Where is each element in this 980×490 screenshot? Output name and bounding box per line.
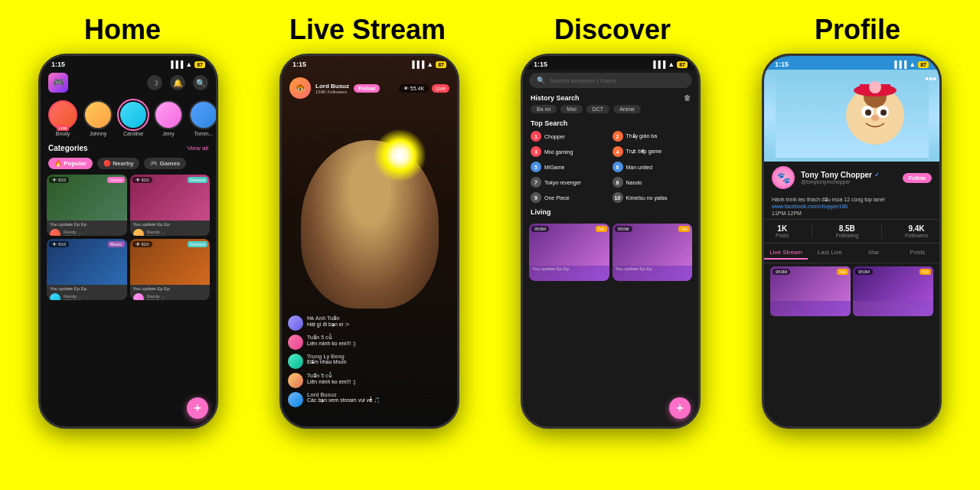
history-pill-2[interactable]: DCT: [586, 105, 609, 113]
bio-link[interactable]: www.facebook.com/chopper188: [772, 204, 848, 209]
history-pill-3[interactable]: Anime: [613, 105, 641, 113]
chat-bubble-1: Tuấn 5 củ Liên minh ko em!!! :): [307, 335, 355, 346]
stream-badge-3: Review: [188, 241, 207, 247]
discover-fab-button[interactable]: +: [669, 397, 691, 419]
viewers-count: 👁 55.4K: [399, 84, 429, 93]
stream-badge-0: Game: [107, 177, 124, 183]
chat-msg-4: Lord Busuz Các bạn xem stream vui vẻ 🎵: [288, 392, 451, 407]
profile-content-grid: 950M Talk 950M Talk: [764, 263, 939, 319]
story-name-brody: Brody: [56, 131, 70, 136]
anime-illustration: [776, 74, 929, 158]
search-item-2[interactable]: 3 Mixi gaming: [529, 144, 611, 159]
profile-options-icon[interactable]: •••: [925, 73, 936, 85]
home-phone: 1:15 ▐▐▐ ▲ 87 🎮 ☽ 🔔 🔍: [38, 54, 218, 429]
search-item-1[interactable]: 2 Thầy giáo ba: [611, 129, 693, 144]
chat-msg-3: Tuấn 5 củ Liên minh ko em!!! :): [288, 373, 451, 388]
chat-avatar-3: [288, 373, 303, 388]
story-jerry[interactable]: Jerry: [154, 100, 183, 136]
svg-point-9: [880, 109, 887, 116]
profile-card-views-0: 950M: [773, 269, 790, 275]
history-clear-icon[interactable]: 🗑: [684, 94, 691, 102]
search-term-9: Kimetsu no yaiba: [626, 195, 668, 201]
home-action-icons: ☽ 🔔 🔍: [147, 75, 208, 90]
tab-posts[interactable]: Posts: [896, 247, 939, 260]
chat-username-2: Trung Ly Đeng: [307, 354, 346, 359]
livestream-time: 1:15: [292, 60, 306, 68]
pill-games[interactable]: 🎮 Games: [144, 158, 186, 169]
pill-nearby[interactable]: 🔴 Nearby: [97, 158, 139, 169]
discover-search-icon: 🔍: [537, 77, 545, 84]
search-item-3[interactable]: 4 Trực tiếp game: [611, 144, 693, 159]
stream-card-1[interactable]: 👁 910 Review You update Ep Ep Randy ... …: [130, 175, 211, 236]
story-avatar-tomm: [189, 100, 216, 129]
profile-status-bar: 1:15 ▐▐▐ ▲ 87: [764, 56, 939, 70]
profile-phone: 1:15 ▐▐▐ ▲ 87: [762, 54, 942, 429]
discover-phone-wrapper: 1:15 ▐▐▐ ▲ 87 🔍 Search streamer | Game H…: [490, 54, 731, 429]
mini-avatar-2: [50, 293, 60, 300]
living-badge-1: Talk: [678, 226, 690, 232]
stat-following-label: Following: [835, 233, 858, 238]
battery-badge: 87: [194, 61, 205, 68]
story-caroline[interactable]: Caroline: [119, 100, 148, 136]
living-card-0[interactable]: 950M Talk You update Ep Ep: [529, 224, 609, 281]
stat-following-num: 8.5B: [835, 224, 858, 233]
stat-posts-num: 1K: [776, 224, 789, 233]
chat-bubble-2: Trung Ly Đeng Đấm nhau khum: [307, 354, 346, 365]
streamer-followers-0: 159K Followers: [64, 234, 90, 236]
discover-status-icons: ▐▐▐ ▲ 87: [651, 60, 688, 68]
streamer-row-1: Randy ... 159K Followers: [130, 228, 211, 236]
profile-content-card-0[interactable]: 950M Talk: [770, 266, 851, 316]
discover-search-bar[interactable]: 🔍 Search streamer | Game: [529, 73, 692, 88]
stat-followers-num: 9.4K: [905, 224, 928, 233]
search-item-5[interactable]: 6 Man united: [611, 159, 693, 175]
live-background: 1:15 ▐▐▐ ▲ 87 🐯 Lord Busuz: [282, 56, 457, 426]
history-pill-0[interactable]: Ba roi: [531, 105, 557, 113]
streamer-followers-1: 159K Followers: [147, 234, 173, 236]
stream-card-2[interactable]: 👁 910 Music You update Ep Ep Randy ... 1…: [47, 239, 127, 300]
story-avatar-brody: Live: [48, 100, 77, 129]
bell-icon[interactable]: 🔔: [170, 75, 185, 90]
search-item-9[interactable]: 10 Kimetsu no yaiba: [611, 190, 693, 205]
living-ep-1: You update Ep Ep: [612, 266, 693, 272]
view-all-link[interactable]: View all: [188, 145, 208, 152]
profile-card-views-1: 950M: [855, 269, 873, 275]
tab-live-stream[interactable]: Live Stream: [764, 247, 808, 260]
ls-battery-badge: 87: [436, 61, 446, 68]
stream-card-3[interactable]: 👁 910 Review You update Ep Ep Randy ... …: [130, 239, 211, 300]
profile-follow-button[interactable]: Follow: [903, 173, 932, 183]
search-item-7[interactable]: 8 Naruto: [611, 175, 693, 190]
story-tomm[interactable]: Tomm...: [189, 100, 216, 136]
chat-avatar-1: [288, 335, 303, 350]
signal-icon: ▐▐▐: [168, 60, 183, 68]
story-brody[interactable]: Live Brody: [48, 100, 77, 136]
search-term-6: Tokyo revenger: [544, 180, 581, 185]
history-pill-1[interactable]: Mixi: [560, 105, 582, 113]
search-item-6[interactable]: 7 Tokyo revenger: [529, 175, 611, 190]
living-card-1[interactable]: 950M Talk You update Ep Ep: [612, 224, 693, 281]
moon-icon[interactable]: ☽: [147, 75, 162, 90]
categories-title: Categories: [48, 144, 88, 152]
search-item-8[interactable]: 9 One Piece: [529, 190, 611, 205]
mini-avatar-1: [133, 229, 144, 236]
search-icon[interactable]: 🔍: [193, 75, 208, 90]
tab-star[interactable]: Star: [852, 247, 896, 260]
stream-card-img-3: 👁 910 Review: [130, 239, 211, 285]
story-johnny[interactable]: Johnny: [83, 100, 113, 136]
stream-card-0[interactable]: 👁 910 Game You update Ep Ep Randy ... 15…: [47, 175, 127, 236]
search-num-1: 2: [612, 131, 623, 142]
follow-button[interactable]: Follow: [354, 84, 380, 93]
search-item-0[interactable]: 1 Chopper: [529, 129, 611, 144]
disc-wifi-icon: ▲: [668, 60, 675, 68]
history-search-label: History Search 🗑: [523, 91, 698, 103]
search-term-3: Trực tiếp game: [626, 149, 662, 155]
home-fab-button[interactable]: +: [187, 397, 208, 419]
tab-last-live[interactable]: Last Live: [808, 247, 851, 260]
profile-card-badge-1: Talk: [920, 269, 931, 275]
pill-popular[interactable]: 🔥 Popular: [48, 158, 93, 169]
anime-character-bg: [764, 70, 939, 162]
search-item-4[interactable]: 5 MiGame: [529, 159, 611, 175]
profile-content-card-1[interactable]: 950M Talk: [853, 266, 933, 316]
chat-msg-1: Tuấn 5 củ Liên minh ko em!!! :): [288, 335, 451, 350]
discover-time: 1:15: [534, 60, 547, 68]
home-status-icons: ▐▐▐ ▲ 87: [168, 60, 205, 68]
